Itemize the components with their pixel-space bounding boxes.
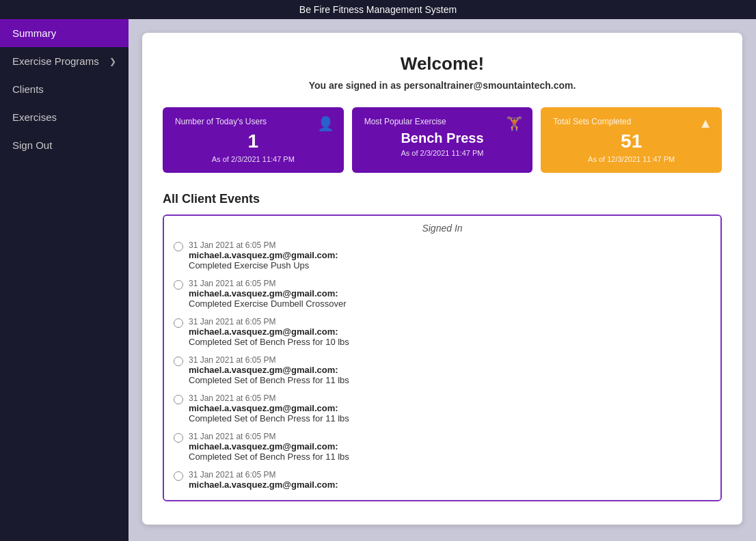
event-content: 31 Jan 2021 at 6:05 PMmichael.a.vasquez.… <box>189 279 346 309</box>
events-section: All Client Events Signed In 31 Jan 2021 … <box>163 192 722 501</box>
stat-footer-popular-exercise: As of 2/3/2021 11:47 PM <box>364 149 521 157</box>
stat-label-total-sets: Total Sets Completed <box>553 117 710 126</box>
sidebar-item-label-clients: Clients <box>12 83 44 95</box>
main-layout: Summary Exercise Programs ❯ Clients Exer… <box>0 19 756 541</box>
event-user: michael.a.vasquez.gm@gmail.com: <box>189 403 349 413</box>
stat-card-today-users: Number of Today's Users 👤 1 As of 2/3/20… <box>163 107 344 173</box>
sidebar-item-exercise-programs[interactable]: Exercise Programs ❯ <box>0 47 129 75</box>
event-user: michael.a.vasquez.gm@gmail.com: <box>189 365 349 375</box>
app-title: Be Fire Fitness Management System <box>299 4 457 15</box>
event-action: Completed Exercise Push Ups <box>189 260 338 270</box>
event-action: Completed Set of Bench Press for 11 lbs <box>189 452 349 462</box>
stat-value-popular-exercise: Bench Press <box>364 130 521 146</box>
welcome-subtitle-prefix: You are signed in as <box>309 80 404 91</box>
event-item: 31 Jan 2021 at 6:05 PMmichael.a.vasquez.… <box>174 317 711 347</box>
sidebar: Summary Exercise Programs ❯ Clients Exer… <box>0 19 129 541</box>
event-action: Completed Set of Bench Press for 10 lbs <box>189 337 349 347</box>
sidebar-item-label-exercises: Exercises <box>12 111 57 123</box>
stat-footer-total-sets: As of 12/3/2021 11:47 PM <box>553 155 710 163</box>
sidebar-item-sign-out[interactable]: Sign Out <box>0 131 129 159</box>
event-time: 31 Jan 2021 at 6:05 PM <box>189 393 349 403</box>
event-time: 31 Jan 2021 at 6:05 PM <box>189 355 349 365</box>
stat-card-popular-exercise: Most Popular Exercise 🏋 Bench Press As o… <box>352 107 533 173</box>
event-radio-icon <box>174 433 183 443</box>
event-radio-icon <box>174 318 183 328</box>
sidebar-item-label-sign-out: Sign Out <box>12 139 52 151</box>
barbell-icon: 🏋 <box>506 115 523 132</box>
stat-value-today-users: 1 <box>175 130 332 152</box>
event-radio-icon <box>174 357 183 366</box>
users-icon: 👤 <box>317 115 334 132</box>
event-radio-icon <box>174 395 183 404</box>
event-content: 31 Jan 2021 at 6:05 PMmichael.a.vasquez.… <box>189 393 349 424</box>
event-content: 31 Jan 2021 at 6:05 PMmichael.a.vasquez.… <box>189 432 349 462</box>
welcome-email: personaltrainer@smountaintech.com <box>404 80 573 91</box>
stat-value-total-sets: 51 <box>553 130 710 152</box>
event-user: michael.a.vasquez.gm@gmail.com: <box>189 250 338 260</box>
stat-label-today-users: Number of Today's Users <box>175 117 332 126</box>
event-content: 31 Jan 2021 at 6:05 PMmichael.a.vasquez.… <box>189 355 349 385</box>
event-action: Completed Exercise Dumbell Crossover <box>189 299 346 309</box>
sidebar-item-summary[interactable]: Summary <box>0 19 129 47</box>
stats-row: Number of Today's Users 👤 1 As of 2/3/20… <box>163 107 722 173</box>
stat-label-popular-exercise: Most Popular Exercise <box>364 117 521 126</box>
event-action: Completed Set of Bench Press for 11 lbs <box>189 375 349 385</box>
triangle-icon: ▲ <box>699 115 712 131</box>
event-content: 31 Jan 2021 at 6:05 PMmichael.a.vasquez.… <box>189 317 349 347</box>
sidebar-item-label-summary: Summary <box>12 27 56 39</box>
event-content: 31 Jan 2021 at 6:05 PMmichael.a.vasquez.… <box>189 240 338 270</box>
main-card: Welcome! You are signed in as personaltr… <box>142 33 742 525</box>
event-user: michael.a.vasquez.gm@gmail.com: <box>189 288 346 299</box>
event-action: Completed Set of Bench Press for 11 lbs <box>189 413 349 424</box>
event-user: michael.a.vasquez.gm@gmail.com: <box>189 441 349 452</box>
events-title: All Client Events <box>163 192 722 206</box>
app-title-bar: Be Fire Fitness Management System <box>0 0 756 19</box>
events-list: 31 Jan 2021 at 6:05 PMmichael.a.vasquez.… <box>174 240 711 490</box>
event-time: 31 Jan 2021 at 6:05 PM <box>189 240 338 250</box>
welcome-subtitle: You are signed in as personaltrainer@smo… <box>163 80 722 91</box>
sidebar-item-clients[interactable]: Clients <box>0 75 129 103</box>
welcome-subtitle-suffix: . <box>573 80 576 91</box>
event-user: michael.a.vasquez.gm@gmail.com: <box>189 327 349 337</box>
welcome-section: Welcome! You are signed in as personaltr… <box>163 53 722 91</box>
event-radio-icon <box>174 471 183 481</box>
stat-card-total-sets: Total Sets Completed ▲ 51 As of 12/3/202… <box>541 107 722 173</box>
event-time: 31 Jan 2021 at 6:05 PM <box>189 470 338 480</box>
event-time: 31 Jan 2021 at 6:05 PM <box>189 432 349 441</box>
welcome-title: Welcome! <box>163 53 722 74</box>
signed-in-label: Signed In <box>174 223 711 234</box>
event-user: michael.a.vasquez.gm@gmail.com: <box>189 480 338 490</box>
sidebar-item-label-exercise-programs: Exercise Programs <box>12 55 99 67</box>
event-content: 31 Jan 2021 at 6:05 PMmichael.a.vasquez.… <box>189 470 338 490</box>
event-item: 31 Jan 2021 at 6:05 PMmichael.a.vasquez.… <box>174 355 711 385</box>
event-item: 31 Jan 2021 at 6:05 PMmichael.a.vasquez.… <box>174 279 711 309</box>
event-radio-icon <box>174 280 183 290</box>
chevron-down-icon: ❯ <box>109 57 116 66</box>
events-container[interactable]: Signed In 31 Jan 2021 at 6:05 PMmichael.… <box>163 214 722 501</box>
event-radio-icon <box>174 242 183 251</box>
event-time: 31 Jan 2021 at 6:05 PM <box>189 279 346 288</box>
event-item: 31 Jan 2021 at 6:05 PMmichael.a.vasquez.… <box>174 393 711 424</box>
stat-footer-today-users: As of 2/3/2021 11:47 PM <box>175 155 332 163</box>
event-time: 31 Jan 2021 at 6:05 PM <box>189 317 349 327</box>
sidebar-item-exercises[interactable]: Exercises <box>0 103 129 131</box>
event-item: 31 Jan 2021 at 6:05 PMmichael.a.vasquez.… <box>174 470 711 490</box>
event-item: 31 Jan 2021 at 6:05 PMmichael.a.vasquez.… <box>174 432 711 462</box>
event-item: 31 Jan 2021 at 6:05 PMmichael.a.vasquez.… <box>174 240 711 270</box>
content-area: Welcome! You are signed in as personaltr… <box>129 19 756 541</box>
